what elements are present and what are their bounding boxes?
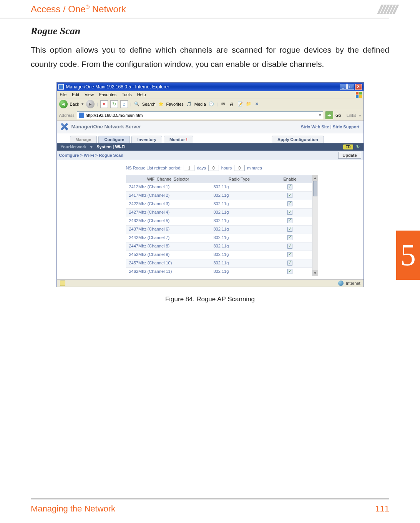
menu-view[interactable]: View	[85, 92, 94, 97]
tab-manage[interactable]: Manage	[70, 136, 97, 143]
cell-enable	[268, 209, 312, 217]
hours-label: hours	[221, 166, 232, 170]
app-icon	[58, 84, 64, 90]
print-icon[interactable]: 🖨	[229, 101, 235, 107]
ie-logo-icon	[356, 92, 362, 98]
apply-configuration-button[interactable]: Apply Configuration	[272, 136, 324, 143]
fd-badge: FD	[343, 144, 353, 149]
app-title: Manager/One Network Server	[71, 124, 141, 130]
menu-favorites[interactable]: Favorites	[99, 92, 116, 97]
menu-tools[interactable]: Tools	[122, 92, 132, 97]
update-button[interactable]: Update	[338, 152, 361, 159]
folder-icon[interactable]: 📁	[246, 101, 252, 107]
media-icon[interactable]: 🎵	[186, 101, 192, 107]
header-title-pre: Access / One	[31, 4, 86, 14]
cell-radio: 802.11g	[211, 242, 268, 251]
history-icon[interactable]: 🕘	[208, 101, 214, 107]
hours-input[interactable]: 0	[208, 165, 219, 171]
favorites-icon[interactable]: ⭐	[158, 101, 164, 107]
sub-nav: YourNetwork ▾ System | Wi-Fi FD ↻	[57, 143, 364, 151]
cell-enable	[268, 234, 312, 242]
mail-icon[interactable]: ✉	[220, 101, 226, 107]
enable-checkbox[interactable]	[287, 235, 292, 240]
cell-enable	[268, 192, 312, 200]
network-name[interactable]: YourNetwork	[61, 144, 87, 149]
cell-channel: 2437Mhz (Channel 6)	[126, 226, 211, 234]
cell-channel: 2442Mhz (Channel 7)	[126, 234, 211, 242]
cell-channel: 2427Mhz (Channel 4)	[126, 209, 211, 217]
figure-container: Manager/One Main 192.168.0.5 - Internet …	[31, 82, 389, 303]
toolbar: ◄ Back ▾ ► | ✕ ↻ ⌂ | 🔍 Search ⭐ Favorite…	[57, 98, 364, 110]
app-header-links[interactable]: Strix Web Site | Strix Support	[301, 125, 360, 129]
tab-configure[interactable]: Configure	[98, 136, 130, 143]
maximize-button[interactable]: □	[347, 84, 354, 90]
cell-radio: 802.11g	[211, 183, 268, 191]
close-button[interactable]: X	[355, 84, 362, 90]
cell-channel: 2412Mhz (Channel 1)	[126, 183, 211, 191]
menu-file[interactable]: File	[60, 92, 67, 97]
vertical-scrollbar[interactable]: ▲ ▼	[312, 175, 318, 276]
minutes-input[interactable]: 0	[234, 165, 245, 171]
cell-radio: 802.11g	[211, 209, 268, 217]
window-title-bar: Manager/One Main 192.168.0.5 - Internet …	[57, 83, 364, 91]
search-button-label[interactable]: Search	[142, 102, 156, 106]
address-dropdown-icon[interactable]: ▾	[319, 113, 321, 118]
enable-checkbox[interactable]	[287, 227, 292, 232]
screenshot-body: NS Rogue List refresh period: 1 days 0 h…	[57, 160, 364, 279]
footer-divider-top	[31, 498, 389, 499]
chapter-tab: 5	[396, 231, 420, 280]
stop-icon[interactable]: ✕	[100, 100, 108, 108]
page-header: Access / One® Network	[0, 0, 420, 15]
cell-radio: 802.11g	[211, 192, 268, 200]
enable-checkbox[interactable]	[287, 210, 292, 215]
edit-icon[interactable]: 📝	[237, 101, 243, 107]
subnav-refresh-icon[interactable]: ↻	[356, 144, 360, 149]
table-row: 2432Mhz (Channel 5)802.11g	[126, 217, 312, 226]
body-paragraph: This option allows you to define which c…	[31, 43, 389, 71]
enable-checkbox[interactable]	[287, 244, 292, 249]
tab-inventory[interactable]: Inventory	[131, 136, 162, 143]
days-label: days	[197, 166, 206, 170]
enable-checkbox[interactable]	[287, 201, 292, 206]
favorites-button-label[interactable]: Favorites	[166, 102, 184, 106]
days-input[interactable]: 1	[184, 165, 194, 171]
menu-edit[interactable]: Edit	[72, 92, 79, 97]
links-label[interactable]: Links	[347, 113, 357, 118]
forward-icon[interactable]: ►	[86, 100, 95, 108]
scroll-down-icon[interactable]: ▼	[312, 270, 318, 276]
page-content: Rogue Scan This option allows you to def…	[0, 18, 420, 303]
breadcrumb: Configure > Wi-Fi > Rogue Scan	[59, 153, 123, 158]
page-header-title: Access / One® Network	[31, 4, 126, 15]
search-icon[interactable]: 🔍	[134, 101, 140, 107]
table-header-row: WiFi Channel Selector Radio Type Enable	[126, 175, 312, 183]
scroll-thumb[interactable]	[313, 181, 317, 196]
refresh-period-row: NS Rogue List refresh period: 1 days 0 h…	[126, 165, 364, 171]
address-url: http://192.168.0.5/nc/main.htm	[86, 113, 143, 118]
scroll-up-icon[interactable]: ▲	[312, 175, 318, 181]
enable-checkbox[interactable]	[287, 261, 292, 266]
header-title-sup: ®	[86, 4, 90, 10]
go-button-label[interactable]: Go	[335, 113, 341, 118]
home-icon[interactable]: ⌂	[120, 100, 128, 108]
enable-checkbox[interactable]	[287, 184, 292, 189]
strix-x-icon[interactable]: ✕	[254, 101, 260, 107]
menu-help[interactable]: Help	[137, 92, 146, 97]
enable-checkbox[interactable]	[287, 252, 292, 257]
back-icon[interactable]: ◄	[59, 100, 68, 108]
footer-divider-bottom	[31, 500, 389, 500]
enable-checkbox[interactable]	[287, 218, 292, 223]
app-header: Manager/One Network Server Strix Web Sit…	[57, 121, 364, 133]
tab-monitor[interactable]: Monitor !	[164, 136, 193, 143]
go-button-icon[interactable]: ➔	[325, 111, 333, 119]
enable-checkbox[interactable]	[287, 193, 292, 198]
header-radio: Radio Type	[211, 175, 268, 183]
subnav-items[interactable]: System | Wi-Fi	[96, 144, 125, 149]
address-input[interactable]: http://192.168.0.5/nc/main.htm ▾	[77, 111, 323, 119]
cell-enable	[268, 217, 312, 225]
back-button-label[interactable]: Back	[70, 102, 79, 106]
enable-checkbox[interactable]	[287, 269, 292, 274]
table-row: 2447Mhz (Channel 8)802.11g	[126, 242, 312, 251]
media-button-label[interactable]: Media	[194, 102, 206, 106]
refresh-icon[interactable]: ↻	[110, 100, 118, 108]
minimize-button[interactable]: _	[340, 84, 347, 90]
